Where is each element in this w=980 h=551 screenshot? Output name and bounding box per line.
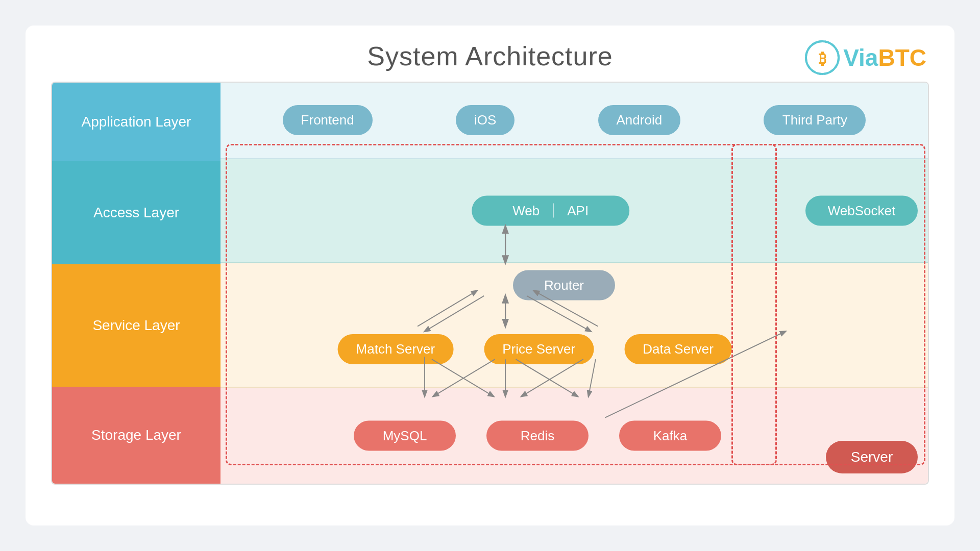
websocket-pill: WebSocket	[805, 195, 918, 226]
service-layer-row: Router Match Server Price Server Data Se…	[220, 263, 928, 388]
access-layer-row: Web API WebSocket	[220, 159, 928, 263]
content-column: Frontend iOS Android Third Party Web	[220, 83, 928, 484]
label-access-layer: Access Layer	[52, 161, 220, 265]
page-title: System Architecture	[51, 41, 929, 71]
logo: ₿ ViaBTC	[804, 40, 926, 76]
price-server-pill: Price Server	[484, 334, 594, 364]
label-service-layer: Service Layer	[52, 264, 220, 386]
slide: System Architecture ₿ ViaBTC Application…	[26, 26, 954, 525]
mysql-pill: MySQL	[354, 420, 456, 450]
app-layer-row: Frontend iOS Android Third Party	[220, 83, 928, 159]
redis-pill: Redis	[486, 420, 589, 450]
third-party-pill: Third Party	[764, 105, 866, 135]
label-application-layer: Application Layer	[52, 83, 220, 161]
divider	[553, 204, 554, 218]
labels-column: Application Layer Access Layer Service L…	[52, 83, 220, 484]
ios-pill: iOS	[456, 105, 514, 135]
kafka-pill: Kafka	[619, 420, 721, 450]
storage-layer-row: MySQL Redis Kafka Server	[220, 388, 928, 484]
logo-icon: ₿	[804, 40, 840, 76]
architecture-diagram: Application Layer Access Layer Service L…	[51, 82, 929, 485]
data-server-pill: Data Server	[624, 334, 732, 364]
logo-text: ViaBTC	[843, 44, 926, 71]
router-pill: Router	[513, 270, 615, 300]
match-server-pill: Match Server	[338, 334, 454, 364]
label-storage-layer: Storage Layer	[52, 387, 220, 484]
svg-text:₿: ₿	[819, 50, 826, 67]
web-api-pill: Web API	[472, 195, 629, 226]
server-pill: Server	[826, 441, 918, 473]
frontend-pill: Frontend	[283, 105, 373, 135]
android-pill: Android	[598, 105, 681, 135]
